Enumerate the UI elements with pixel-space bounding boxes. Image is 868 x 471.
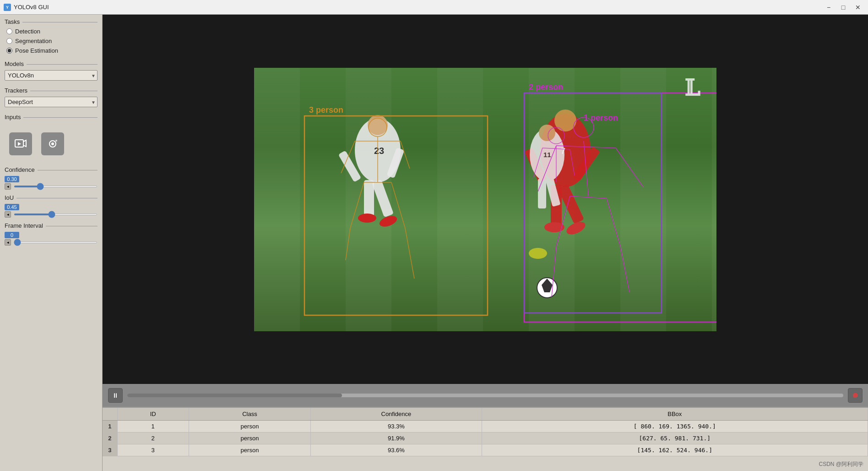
task-pose-item[interactable]: Pose Estimation bbox=[6, 47, 98, 54]
soccer-field-background: 23 7 bbox=[254, 68, 716, 331]
table-cell-bbox: [145. 162. 524. 946.] bbox=[482, 444, 868, 456]
svg-text:3  person: 3 person bbox=[309, 105, 343, 115]
record-icon: ⏺ bbox=[852, 391, 859, 400]
iou-value-row: 0.45 bbox=[5, 204, 98, 210]
task-detection-item[interactable]: Detection bbox=[6, 28, 98, 35]
iou-value-box: 0.45 bbox=[5, 204, 19, 210]
frame-interval-value-box: 0 bbox=[5, 232, 19, 238]
progress-filled bbox=[127, 394, 342, 397]
table-cell-confidence: 91.9% bbox=[311, 433, 482, 444]
svg-marker-2 bbox=[18, 142, 21, 146]
frame-interval-spin-down[interactable]: ◂ bbox=[5, 239, 11, 246]
table-header-id: ID bbox=[117, 408, 189, 421]
camera-input-button[interactable] bbox=[41, 132, 64, 155]
frame-interval-section: Frame Interval 0 ◂ bbox=[5, 222, 98, 246]
svg-text:23: 23 bbox=[374, 146, 384, 156]
table-cell-confidence: 93.6% bbox=[311, 444, 482, 456]
tasks-section-title: Tasks bbox=[5, 18, 98, 25]
video-input-button[interactable] bbox=[9, 132, 32, 155]
title-bar: Y YOLOv8 GUI − □ ✕ bbox=[0, 0, 868, 15]
title-bar-left: Y YOLOv8 GUI bbox=[4, 4, 49, 11]
svg-text:1  person: 1 person bbox=[584, 113, 618, 122]
table-cell-rownum: 2 bbox=[103, 433, 117, 444]
app-title: YOLOv8 GUI bbox=[14, 4, 49, 11]
confidence-slider-row: ◂ bbox=[5, 183, 98, 190]
svg-rect-12 bbox=[712, 68, 716, 331]
tasks-section: Tasks Detection Segmentation Pose Estima… bbox=[5, 18, 98, 54]
table-cell-class: person bbox=[189, 444, 310, 456]
task-segmentation-label: Segmentation bbox=[15, 38, 52, 44]
svg-rect-7 bbox=[254, 68, 300, 331]
minimize-button[interactable]: − bbox=[822, 2, 835, 12]
svg-point-4 bbox=[51, 142, 54, 145]
app-icon: Y bbox=[4, 4, 11, 11]
table-row: 3 3 person 93.6% [145. 162. 524. 946.] bbox=[103, 444, 868, 456]
task-segmentation-radio[interactable] bbox=[6, 38, 12, 44]
frame-interval-section-title: Frame Interval bbox=[5, 222, 98, 229]
iou-spin-down[interactable]: ◂ bbox=[5, 211, 11, 218]
confidence-slider[interactable] bbox=[14, 186, 98, 187]
camera-icon bbox=[41, 132, 64, 155]
maximize-button[interactable]: □ bbox=[837, 2, 850, 12]
confidence-spin-down[interactable]: ◂ bbox=[5, 183, 11, 190]
iou-slider[interactable] bbox=[14, 214, 98, 215]
bottom-watermark: CSDN @阿利同学 bbox=[819, 460, 863, 468]
table-cell-bbox: [627. 65. 981. 731.] bbox=[482, 433, 868, 444]
table-cell-class: person bbox=[189, 421, 310, 433]
svg-text:𝕃: 𝕃 bbox=[684, 76, 700, 100]
task-pose-label: Pose Estimation bbox=[15, 47, 58, 54]
models-section: Models YOLOv8n YOLOv8s YOLOv8m YOLOv8l Y… bbox=[5, 60, 98, 81]
play-pause-icon: ⏸ bbox=[112, 392, 119, 399]
confidence-value-row: 0.30 bbox=[5, 176, 98, 182]
svg-rect-9 bbox=[437, 68, 483, 331]
play-pause-button[interactable]: ⏸ bbox=[108, 388, 123, 403]
svg-point-20 bbox=[358, 214, 376, 223]
svg-marker-1 bbox=[23, 140, 26, 147]
detection-table: ID Class Confidence BBox 1 1 person 93.3… bbox=[103, 408, 868, 456]
table-cell-rownum: 1 bbox=[103, 421, 117, 433]
table-cell-class: person bbox=[189, 433, 310, 444]
svg-point-5 bbox=[55, 140, 57, 142]
table-header-rownum bbox=[103, 408, 117, 421]
close-button[interactable]: ✕ bbox=[852, 2, 864, 12]
models-dropdown-wrapper: YOLOv8n YOLOv8s YOLOv8m YOLOv8l YOLOv8x … bbox=[5, 70, 98, 81]
table-header-row: ID Class Confidence BBox bbox=[103, 408, 868, 421]
inputs-icons-row bbox=[5, 123, 98, 160]
svg-text:11: 11 bbox=[543, 151, 551, 159]
tasks-radio-group: Detection Segmentation Pose Estimation bbox=[5, 28, 98, 54]
svg-point-32 bbox=[539, 125, 555, 141]
task-segmentation-item[interactable]: Segmentation bbox=[6, 38, 98, 44]
iou-section-title: IoU bbox=[5, 194, 98, 201]
table-cell-id: 1 bbox=[117, 421, 189, 433]
task-pose-radio[interactable] bbox=[6, 48, 12, 54]
video-area: 23 7 bbox=[103, 15, 868, 384]
trackers-section: Trackers DeepSort ByteTrack StrongSORT ▼ bbox=[5, 87, 98, 107]
table-cell-rownum: 3 bbox=[103, 444, 117, 456]
svg-rect-11 bbox=[620, 68, 666, 331]
trackers-dropdown[interactable]: DeepSort ByteTrack StrongSORT bbox=[5, 97, 98, 107]
progress-bar[interactable] bbox=[127, 394, 843, 397]
frame-interval-slider-row: ◂ bbox=[5, 239, 98, 246]
title-bar-controls: − □ ✕ bbox=[822, 2, 864, 12]
frame-interval-slider[interactable] bbox=[14, 241, 98, 243]
table-cell-id: 2 bbox=[117, 433, 189, 444]
confidence-value-box: 0.30 bbox=[5, 176, 19, 182]
models-dropdown[interactable]: YOLOv8n YOLOv8s YOLOv8m YOLOv8l YOLOv8x bbox=[5, 70, 98, 81]
sidebar: Tasks Detection Segmentation Pose Estima… bbox=[0, 15, 103, 471]
table-header-confidence: Confidence bbox=[311, 408, 482, 421]
table-cell-confidence: 93.3% bbox=[311, 421, 482, 433]
table-row: 1 1 person 93.3% [ 860. 169. 1365. 940.] bbox=[103, 421, 868, 433]
record-button[interactable]: ⏺ bbox=[848, 388, 863, 403]
task-detection-label: Detection bbox=[15, 28, 40, 35]
svg-point-68 bbox=[529, 248, 547, 259]
table-row: 2 2 person 91.9% [627. 65. 981. 731.] bbox=[103, 433, 868, 444]
task-detection-radio[interactable] bbox=[6, 28, 12, 34]
trackers-section-title: Trackers bbox=[5, 87, 98, 94]
models-section-title: Models bbox=[5, 60, 98, 67]
video-canvas: 23 7 bbox=[254, 68, 716, 331]
main-content: Tasks Detection Segmentation Pose Estima… bbox=[0, 15, 868, 471]
frame-interval-value-row: 0 bbox=[5, 232, 98, 238]
trackers-dropdown-wrapper: DeepSort ByteTrack StrongSORT ▼ bbox=[5, 97, 98, 107]
iou-section: IoU 0.45 ◂ bbox=[5, 194, 98, 218]
svg-point-23 bbox=[554, 110, 576, 131]
